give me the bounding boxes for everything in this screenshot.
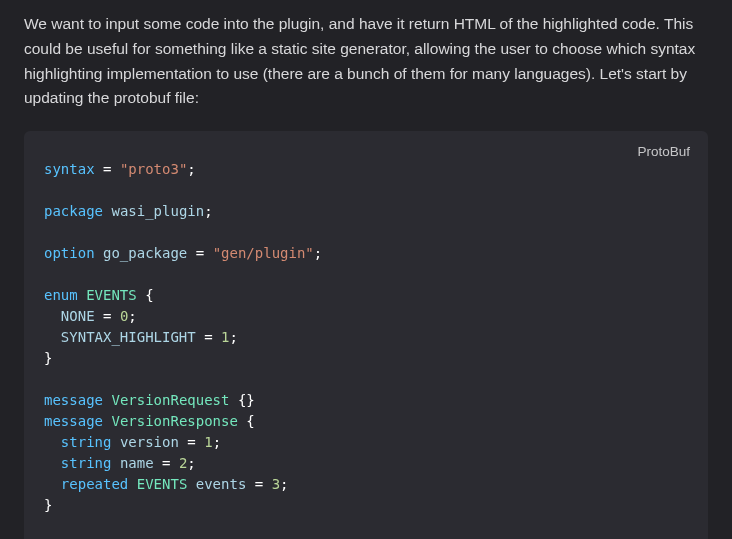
name-none: NONE: [61, 308, 95, 324]
type-version-request: VersionRequest: [111, 392, 229, 408]
kw-package: package: [44, 203, 103, 219]
kw-repeated: repeated: [61, 476, 128, 492]
op-semi: ;: [213, 434, 221, 450]
op-semi: ;: [187, 161, 195, 177]
op-eq: =: [255, 476, 263, 492]
type-events-ref: EVENTS: [137, 476, 188, 492]
name-version: version: [120, 434, 179, 450]
code-content: syntax = "proto3"; package wasi_plugin; …: [44, 159, 688, 539]
op-semi: ;: [280, 476, 288, 492]
op-semi: ;: [229, 329, 237, 345]
op-semi: ;: [187, 455, 195, 471]
op-rbrace: }: [44, 497, 52, 513]
name-events: events: [196, 476, 247, 492]
intro-paragraph: We want to input some code into the plug…: [24, 12, 708, 111]
type-version-response: VersionResponse: [111, 413, 237, 429]
name-package: wasi_plugin: [111, 203, 204, 219]
op-semi: ;: [128, 308, 136, 324]
op-eq: =: [196, 245, 204, 261]
op-lbrace: {: [145, 287, 153, 303]
kw-string: string: [61, 455, 112, 471]
op-eq: =: [162, 455, 170, 471]
kw-message: message: [44, 413, 103, 429]
op-eq: =: [103, 161, 111, 177]
kw-option: option: [44, 245, 95, 261]
op-eq: =: [204, 329, 212, 345]
kw-syntax: syntax: [44, 161, 95, 177]
op-lbrace: {: [246, 413, 254, 429]
op-semi: ;: [314, 245, 322, 261]
type-events: EVENTS: [86, 287, 137, 303]
name-name: name: [120, 455, 154, 471]
name-syntax-highlight: SYNTAX_HIGHLIGHT: [61, 329, 196, 345]
name-gopackage: go_package: [103, 245, 187, 261]
kw-enum: enum: [44, 287, 78, 303]
kw-message: message: [44, 392, 103, 408]
code-language-label: ProtoBuf: [637, 141, 690, 163]
op-eq: =: [103, 308, 111, 324]
str-gopackage: "gen/plugin": [213, 245, 314, 261]
num-one: 1: [204, 434, 212, 450]
num-three: 3: [272, 476, 280, 492]
code-block: ProtoBuf syntax = "proto3"; package wasi…: [24, 131, 708, 539]
op-eq: =: [187, 434, 195, 450]
str-proto3: "proto3": [120, 161, 187, 177]
op-empty: {}: [238, 392, 255, 408]
kw-string: string: [61, 434, 112, 450]
intro-text: We want to input some code into the plug…: [24, 15, 695, 106]
op-rbrace: }: [44, 350, 52, 366]
op-semi: ;: [204, 203, 212, 219]
